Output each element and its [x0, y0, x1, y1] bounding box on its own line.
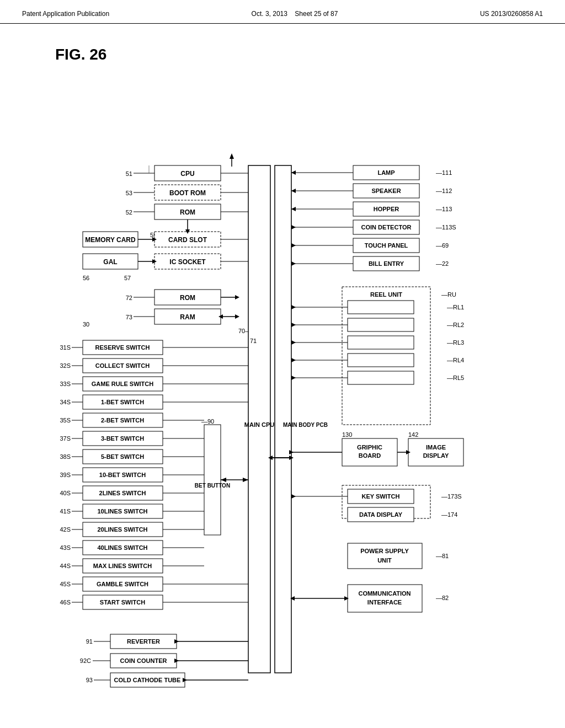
label-73: 73 [126, 314, 132, 320]
label-112: —112 [436, 188, 452, 194]
label-46s: 46S [60, 599, 71, 606]
svg-text:BOARD: BOARD [359, 452, 381, 459]
label-56: 56 [83, 275, 89, 281]
label-51: 51 [126, 170, 132, 177]
label-22: —22 [436, 260, 449, 267]
label-69: —69 [436, 242, 449, 249]
page-header: Patent Application Publication Oct. 3, 2… [0, 0, 565, 24]
label-173s: —173S [441, 493, 462, 500]
label-rl2: —RL2 [447, 322, 464, 328]
label-92c: 92C [80, 657, 91, 664]
label-33s: 33S [60, 381, 71, 387]
svg-marker-104 [291, 243, 296, 248]
svg-marker-145 [230, 153, 234, 159]
fortylines-switch-label: 40LINES SWITCH [97, 544, 147, 551]
label-rl1: —RL1 [447, 304, 464, 311]
header-center: Oct. 3, 2013 Sheet 25 of 87 [252, 10, 338, 18]
svg-text:UNIT: UNIT [377, 557, 392, 564]
label-111: —111 [436, 169, 452, 176]
twolines-switch-label: 2LINES SWITCH [99, 490, 146, 496]
label-174: —174 [441, 511, 457, 518]
label-53: 53 [126, 190, 132, 196]
svg-marker-92 [291, 170, 296, 175]
start-switch-label: START SWITCH [100, 599, 145, 606]
label-40s: 40S [60, 490, 71, 496]
label-113: —113 [436, 206, 452, 212]
label-113s: —113S [436, 224, 456, 231]
reserve-switch-label: RESERVE SWITCH [95, 344, 150, 351]
icsocket-label: IC SOCKET [169, 258, 206, 266]
lamp-label: LAMP [377, 169, 395, 176]
svg-text:INTERFACE: INTERFACE [367, 599, 402, 606]
label-82: —82 [436, 595, 449, 601]
label-91: 91 [86, 638, 93, 645]
gal-label: GAL [103, 258, 117, 266]
cpu-label: CPU [180, 170, 194, 178]
label-37s: 37S [60, 435, 71, 442]
svg-marker-117 [291, 340, 296, 345]
datadisplay-label: DATA DISPLAY [359, 511, 403, 518]
coldcathode-label: COLD CATHODE TUBE [114, 677, 181, 683]
comminterface-label: COMMUNICATION [358, 590, 411, 597]
svg-rect-118 [348, 354, 414, 367]
svg-rect-137 [348, 543, 422, 569]
label-43s: 43S [60, 544, 71, 551]
collect-switch-label: COLLECT SWITCH [95, 362, 150, 369]
coincounter-label: COIN COUNTER [120, 657, 167, 664]
keyswitch-label: KEY SWITCH [362, 493, 400, 500]
svg-rect-25 [275, 165, 291, 673]
header-right: US 2013/0260858 A1 [480, 10, 543, 18]
page: Patent Application Publication Oct. 3, 2… [0, 0, 565, 728]
svg-marker-107 [291, 261, 296, 266]
svg-marker-95 [291, 189, 296, 193]
label-81: —81 [436, 553, 449, 559]
speaker-label: SPEAKER [371, 188, 401, 194]
fivebet-switch-label: 5-BET SWITCH [101, 453, 144, 460]
label-rl3: —RL3 [447, 339, 464, 346]
label-90: —90 [201, 418, 214, 425]
label-34s: 34S [60, 399, 71, 405]
reelunit-label: REEL UNIT [370, 291, 402, 298]
svg-marker-123 [291, 376, 296, 380]
label-45s: 45S [60, 581, 71, 587]
svg-text:DISPLAY: DISPLAY [423, 452, 449, 459]
svg-marker-111 [291, 305, 296, 309]
rom-bottom-label: ROM [180, 294, 195, 302]
label-31s: 31S [60, 344, 71, 351]
hopper-label: HOPPER [374, 206, 399, 212]
svg-marker-18 [235, 295, 239, 299]
diagram: CPU 51 BOOT ROM 53 ROM 52 54 55 CARD SLO… [0, 72, 565, 722]
label-130: 130 [342, 431, 352, 438]
label-38s: 38S [60, 453, 71, 460]
touchpanel-label: TOUCH PANEL [365, 242, 408, 249]
billentry-label: BILL ENTRY [369, 260, 404, 267]
svg-rect-139 [348, 585, 422, 612]
svg-marker-98 [291, 207, 296, 211]
svg-marker-114 [291, 323, 296, 327]
coindetector-label: COIN DETECTOR [361, 224, 412, 231]
gamble-switch-label: GAMBLE SWITCH [97, 581, 148, 587]
powersupply-label: POWER SUPPLY [360, 548, 409, 554]
bootrom-label: BOOT ROM [169, 189, 206, 197]
header-left: Patent Application Publication [22, 10, 109, 18]
cardslot-label: CARD SLOT [168, 236, 207, 244]
label-72: 72 [126, 295, 132, 301]
figure-title: FIG. 26 [55, 46, 565, 63]
onebet-switch-label: 1-BET SWITCH [101, 399, 144, 405]
label-52: 52 [126, 209, 132, 216]
svg-rect-38 [204, 425, 221, 535]
ram-label: RAM [180, 313, 195, 321]
label-42s: 42S [60, 526, 71, 533]
maxlines-switch-label: MAX LINES SWITCH [93, 563, 152, 569]
twobet-switch-label: 2-BET SWITCH [101, 417, 144, 424]
mainbodypcb-label: MAIN BODY PCB [283, 422, 328, 428]
svg-rect-24 [248, 165, 270, 673]
label-30: 30 [83, 321, 89, 328]
svg-marker-45 [221, 478, 226, 482]
label-rl5: —RL5 [447, 374, 464, 381]
gamerule-switch-label: GAME RULE SWITCH [92, 381, 153, 387]
label-44s: 44S [60, 563, 71, 569]
svg-marker-135 [291, 494, 296, 499]
label-39s: 39S [60, 472, 71, 478]
tenbet-switch-label: 10-BET SWITCH [99, 472, 146, 478]
